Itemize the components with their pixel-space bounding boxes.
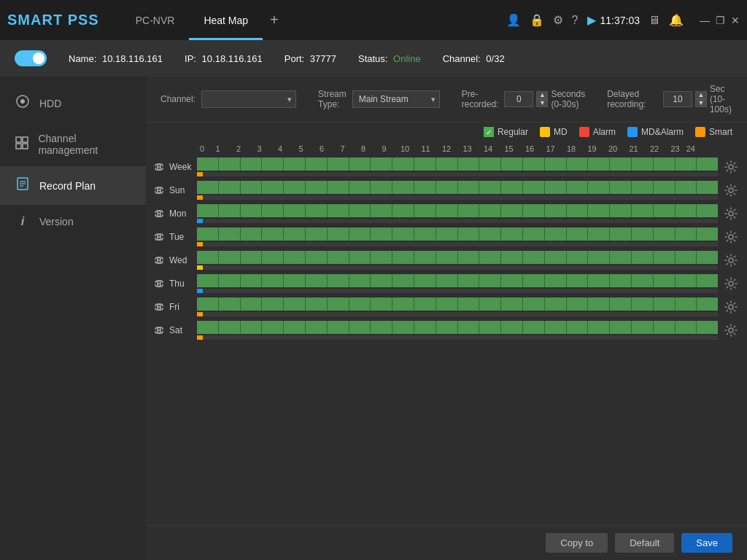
bar-cell: [567, 228, 589, 241]
gear-button-thu[interactable]: [722, 275, 740, 292]
bar-color-fill-fri: [197, 312, 203, 316]
bar-bottom-tue[interactable]: [197, 242, 718, 246]
bar-bottom-week[interactable]: [197, 172, 718, 176]
time-label-6: 6: [311, 144, 333, 153]
bar-bottom-fri[interactable]: [197, 312, 718, 316]
bar-container-sun[interactable]: [197, 181, 718, 200]
pre-recorded-up[interactable]: ▲: [536, 91, 548, 99]
pre-recorded-input[interactable]: [504, 91, 533, 107]
bar-cell: [197, 204, 219, 217]
help-icon[interactable]: ?: [572, 14, 578, 27]
tab-pc-nvr[interactable]: PC-NVR: [121, 0, 190, 40]
restore-button[interactable]: ❐: [716, 15, 725, 26]
gear-button-tue[interactable]: [722, 228, 740, 246]
bar-top-sun[interactable]: [197, 181, 718, 194]
bar-cell: [567, 204, 589, 217]
sidebar-item-channel-management[interactable]: Channel management: [0, 122, 146, 166]
bar-cell: [284, 251, 306, 264]
link-icon-tue[interactable]: [153, 231, 165, 243]
delayed-down[interactable]: ▼: [695, 99, 707, 107]
save-button[interactable]: Save: [681, 533, 732, 553]
bar-container-mon[interactable]: [197, 204, 718, 223]
svg-rect-5: [23, 144, 28, 149]
bell-icon[interactable]: 🔔: [669, 13, 684, 27]
bar-cell: [219, 181, 241, 194]
bar-cell: [436, 158, 458, 171]
delayed-input[interactable]: [663, 91, 692, 107]
bar-top-week[interactable]: [197, 158, 718, 171]
gear-button-wed[interactable]: [722, 252, 740, 269]
channel-select[interactable]: [201, 90, 296, 108]
bar-cell: [306, 251, 328, 264]
bar-cell: [567, 158, 589, 171]
lock-icon[interactable]: 🔒: [530, 13, 544, 27]
gear-button-week[interactable]: [722, 158, 740, 176]
bar-container-thu[interactable]: [197, 274, 718, 293]
bar-cell: [328, 181, 349, 194]
user-icon[interactable]: 👤: [506, 13, 521, 27]
gear-button-mon[interactable]: [722, 205, 740, 222]
copy-to-button[interactable]: Copy to: [546, 533, 608, 553]
sidebar-item-version[interactable]: i Version: [0, 205, 146, 238]
bar-top-sat[interactable]: [197, 321, 718, 334]
bar-container-wed[interactable]: [197, 251, 718, 270]
svg-point-11: [729, 188, 733, 192]
pre-recorded-down[interactable]: ▼: [536, 99, 548, 107]
sidebar-item-hdd[interactable]: HDD: [0, 84, 146, 122]
bar-cell: [306, 321, 328, 334]
gear-button-fri[interactable]: [722, 298, 740, 316]
link-icon-sun[interactable]: [153, 184, 165, 196]
bar-cell: [676, 228, 697, 241]
close-button[interactable]: ✕: [731, 15, 740, 26]
bar-top-tue[interactable]: [197, 228, 718, 241]
link-icon-week[interactable]: [153, 161, 165, 173]
bar-cell: [414, 158, 436, 171]
link-icon-sat[interactable]: [153, 324, 165, 336]
default-button[interactable]: Default: [615, 533, 674, 553]
stream-type-select[interactable]: Main Stream Sub Stream: [352, 90, 440, 108]
gear-button-sun[interactable]: [722, 182, 740, 199]
bar-bottom-mon[interactable]: [197, 219, 718, 223]
bar-bottom-thu[interactable]: [197, 289, 718, 293]
bar-top-thu[interactable]: [197, 274, 718, 287]
monitor-icon[interactable]: 🖥: [649, 14, 660, 27]
bar-cell: [371, 321, 392, 334]
bar-cell: [349, 158, 371, 171]
bar-container-fri[interactable]: [197, 298, 718, 316]
bar-cell: [697, 228, 718, 241]
time-label-11: 11: [415, 144, 436, 153]
bar-bottom-sun[interactable]: [197, 195, 718, 200]
sidebar-item-record-plan[interactable]: Record Plan: [0, 166, 146, 205]
bar-top-fri[interactable]: [197, 298, 718, 311]
record-plan-icon: [15, 176, 31, 195]
bar-container-tue[interactable]: [197, 228, 718, 246]
gear-icon[interactable]: ⚙: [553, 13, 563, 27]
link-icon-mon[interactable]: [153, 208, 165, 219]
bar-top-wed[interactable]: [197, 251, 718, 264]
tab-heat-map[interactable]: Heat Map: [189, 0, 263, 40]
minimize-button[interactable]: —: [700, 15, 710, 26]
bar-cell: [349, 321, 371, 334]
bar-cell: [501, 298, 523, 311]
link-icon-wed[interactable]: [153, 254, 165, 266]
bar-container-week[interactable]: [197, 158, 718, 176]
device-toggle[interactable]: [15, 50, 47, 66]
link-icon-thu[interactable]: [153, 278, 165, 289]
tab-add-button[interactable]: +: [263, 0, 286, 40]
time-label-21: 21: [623, 144, 644, 153]
row-controls-tue: Tue: [153, 231, 197, 243]
time-label-12: 12: [436, 144, 457, 153]
delayed-up[interactable]: ▲: [695, 91, 707, 99]
bar-cell: [610, 251, 632, 264]
gear-button-sat[interactable]: [722, 322, 740, 339]
bar-container-sat[interactable]: [197, 321, 718, 340]
time-label-20: 20: [603, 144, 624, 153]
bar-cell: [306, 298, 328, 311]
link-icon-fri[interactable]: [153, 301, 165, 313]
bar-cell: [262, 228, 284, 241]
bar-top-mon[interactable]: [197, 204, 718, 217]
bar-bottom-wed[interactable]: [197, 265, 718, 270]
bar-bottom-sat[interactable]: [197, 335, 718, 340]
bar-cell: [328, 298, 349, 311]
time-label-22: 22: [644, 144, 665, 153]
